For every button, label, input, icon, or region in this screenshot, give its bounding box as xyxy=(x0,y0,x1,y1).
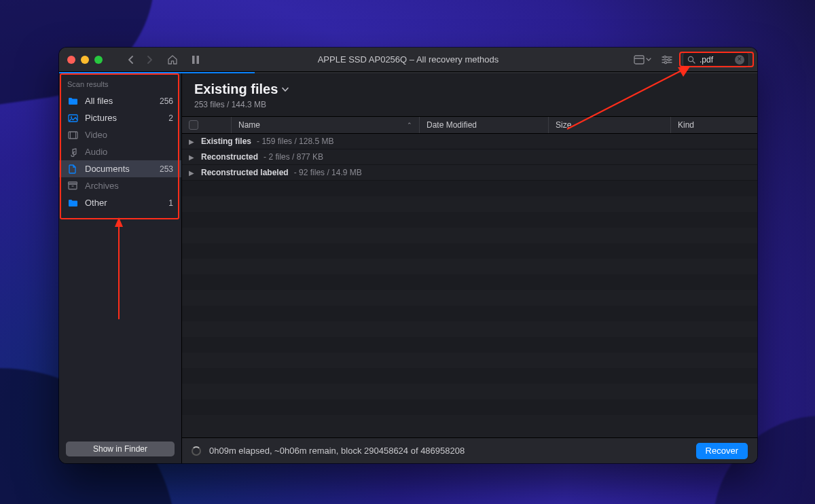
sidebar-item-count: 2 xyxy=(168,113,173,123)
disclosure-icon[interactable]: ▶ xyxy=(189,169,196,177)
folder-icon xyxy=(67,198,78,209)
svg-point-7 xyxy=(664,56,666,58)
pause-button[interactable] xyxy=(187,51,204,69)
empty-rows xyxy=(182,181,757,415)
status-text: 0h09m elapsed, ~0h06m remain, block 2904… xyxy=(209,446,465,456)
video-icon xyxy=(67,130,78,141)
back-button[interactable] xyxy=(122,51,139,69)
sidebar-item-label: Archives xyxy=(85,181,119,191)
sidebar-item-label: Documents xyxy=(85,164,130,174)
group-meta: - 2 files / 877 KB xyxy=(264,152,323,162)
search-box[interactable]: ✕ xyxy=(683,52,749,68)
column-size[interactable]: Size xyxy=(548,117,670,133)
main-title[interactable]: Existing files xyxy=(194,82,745,97)
close-button[interactable] xyxy=(67,56,75,64)
group-row[interactable]: ▶ Reconstructed labeled - 92 files / 14.… xyxy=(182,165,757,181)
group-meta: - 92 files / 14.9 MB xyxy=(294,168,362,177)
svg-point-10 xyxy=(688,56,693,61)
sidebar-item-audio[interactable]: Audio xyxy=(59,143,181,160)
status-bar: 0h09m elapsed, ~0h06m remain, block 2904… xyxy=(182,437,757,463)
sidebar: Scan results All files 256 Pictures 2 Vi… xyxy=(59,73,182,463)
svg-rect-2 xyxy=(634,56,644,64)
nav-arrows xyxy=(122,51,158,69)
view-mode-button[interactable] xyxy=(634,51,651,69)
sidebar-item-archives[interactable]: Archives xyxy=(59,177,181,194)
forward-button[interactable] xyxy=(141,51,158,69)
chevron-down-icon xyxy=(282,87,289,92)
sidebar-item-count: 253 xyxy=(160,164,173,174)
main-title-text: Existing files xyxy=(194,82,278,97)
sort-asc-icon: ⌃ xyxy=(407,122,419,128)
audio-icon xyxy=(67,147,78,158)
sidebar-item-count: 256 xyxy=(160,96,173,106)
svg-rect-14 xyxy=(69,132,77,139)
sidebar-item-all-files[interactable]: All files 256 xyxy=(59,92,181,109)
svg-point-8 xyxy=(668,58,670,60)
clear-search-button[interactable]: ✕ xyxy=(735,55,744,65)
sidebar-item-video[interactable]: Video xyxy=(59,126,181,143)
group-row[interactable]: ▶ Reconstructed - 2 files / 877 KB xyxy=(182,149,757,165)
select-all-checkbox[interactable] xyxy=(189,120,198,130)
picture-icon xyxy=(67,113,78,124)
svg-rect-0 xyxy=(192,56,195,64)
document-icon xyxy=(67,164,78,175)
group-name: Existing files xyxy=(201,137,251,146)
main-subtitle: 253 files / 144.3 MB xyxy=(194,100,745,109)
sidebar-item-label: Pictures xyxy=(85,113,117,123)
file-listing[interactable]: ▶ Existing files - 159 files / 128.5 MB … xyxy=(182,134,757,437)
maximize-button[interactable] xyxy=(94,56,103,64)
group-name: Reconstructed xyxy=(201,152,258,162)
sidebar-item-pictures[interactable]: Pictures 2 xyxy=(59,109,181,126)
scan-progress xyxy=(59,72,757,73)
sidebar-section-title: Scan results xyxy=(59,73,181,92)
spinner-icon xyxy=(192,446,201,456)
home-button[interactable] xyxy=(164,51,181,69)
folder-icon xyxy=(67,96,78,107)
column-kind[interactable]: Kind xyxy=(670,117,752,133)
sidebar-item-label: Audio xyxy=(85,147,107,157)
sidebar-item-documents[interactable]: Documents 253 xyxy=(59,160,181,177)
svg-line-11 xyxy=(693,61,695,63)
titlebar: APPLE SSD AP0256Q – All recovery methods… xyxy=(59,48,757,72)
window-controls xyxy=(67,56,103,64)
disclosure-icon[interactable]: ▶ xyxy=(189,138,196,145)
main-panel: Existing files 253 files / 144.3 MB Name… xyxy=(182,73,757,463)
app-window: APPLE SSD AP0256Q – All recovery methods… xyxy=(59,48,757,463)
search-icon xyxy=(687,56,695,64)
chevron-down-icon xyxy=(646,58,651,62)
recover-button[interactable]: Recover xyxy=(696,443,748,459)
sidebar-item-label: All files xyxy=(85,96,113,106)
group-meta: - 159 files / 128.5 MB xyxy=(257,137,333,146)
group-name: Reconstructed labeled xyxy=(201,168,289,177)
column-date[interactable]: Date Modified xyxy=(419,117,548,133)
sidebar-item-other[interactable]: Other 1 xyxy=(59,194,181,211)
filter-button[interactable] xyxy=(658,51,676,69)
minimize-button[interactable] xyxy=(81,56,89,64)
svg-point-9 xyxy=(664,61,666,63)
svg-rect-1 xyxy=(197,56,200,64)
show-in-finder-button[interactable]: Show in Finder xyxy=(66,442,175,456)
svg-point-13 xyxy=(70,116,71,118)
archive-icon xyxy=(67,181,78,192)
sidebar-item-count: 1 xyxy=(168,198,173,208)
group-row[interactable]: ▶ Existing files - 159 files / 128.5 MB xyxy=(182,134,757,149)
sidebar-item-label: Other xyxy=(85,198,107,208)
column-name[interactable]: Name ⌃ xyxy=(231,117,419,133)
sidebar-item-label: Video xyxy=(85,130,107,140)
svg-rect-18 xyxy=(69,182,77,184)
disclosure-icon[interactable]: ▶ xyxy=(189,154,196,161)
column-headers: Name ⌃ Date Modified Size Kind xyxy=(182,116,757,134)
search-input[interactable] xyxy=(700,55,731,65)
